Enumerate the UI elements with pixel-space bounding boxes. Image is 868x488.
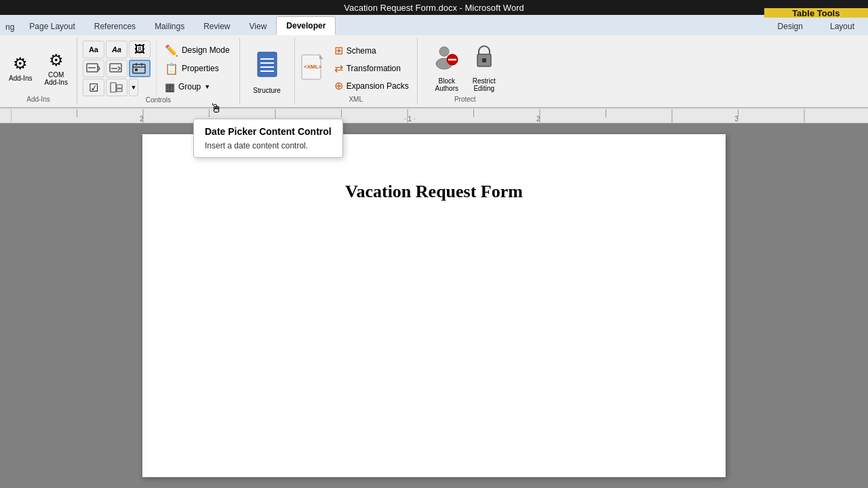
group-label: Group xyxy=(178,82,201,92)
protect-group: Block Authors Restrict Editing Protect xyxy=(418,38,513,104)
restrict-editing-icon xyxy=(473,45,495,75)
document-page: Vacation Request Form xyxy=(142,134,726,477)
addins-label: Add-Ins xyxy=(9,75,32,82)
tab-mailings[interactable]: Mailings xyxy=(145,18,194,35)
tab-view[interactable]: View xyxy=(240,18,277,35)
block-authors-icon xyxy=(435,45,459,75)
date-picker-control-btn[interactable] xyxy=(129,60,151,77)
tab-developer[interactable]: Developer xyxy=(276,16,336,35)
table-tools-header: Table Tools xyxy=(764,8,868,18)
svg-text:3: 3 xyxy=(735,115,739,122)
controls-group: Aa Aa 🖼 xyxy=(77,38,240,104)
properties-icon: 📋 xyxy=(165,62,178,75)
svg-rect-12 xyxy=(258,52,277,77)
svg-rect-11 xyxy=(117,89,122,92)
structure-icon xyxy=(252,49,282,85)
tab-references[interactable]: References xyxy=(85,18,145,35)
checkbox-control-btn[interactable]: ☑ xyxy=(83,79,104,96)
transformation-label: Transformation xyxy=(347,64,401,73)
tab-design[interactable]: Design xyxy=(764,18,816,35)
xml-group: <XML> ⊞ Schema ⇄ Transformation ⊕ Expans… xyxy=(295,38,418,104)
group-dropdown-icon: ▼ xyxy=(204,83,210,90)
expansion-packs-button[interactable]: ⊕ Expansion Packs xyxy=(332,77,412,94)
group-icon: ▦ xyxy=(165,81,175,94)
xml-group-label: XML xyxy=(300,96,412,103)
com-addins-icon: ⚙ xyxy=(49,51,64,70)
svg-rect-8 xyxy=(135,68,138,71)
svg-text:2: 2 xyxy=(536,115,540,122)
properties-label: Properties xyxy=(182,64,219,73)
combo-box-control-btn[interactable] xyxy=(83,60,104,77)
title-bar-text: Vacation Request Form.docx - Microsoft W… xyxy=(344,3,524,13)
tab-layout[interactable]: Layout xyxy=(816,18,868,35)
expansion-packs-label: Expansion Packs xyxy=(347,81,409,91)
schema-icon: ⊞ xyxy=(334,44,343,57)
protect-group-label: Protect xyxy=(454,96,476,103)
group-button[interactable]: ▦ Group ▼ xyxy=(161,79,234,96)
svg-rect-10 xyxy=(117,85,122,88)
schema-button[interactable]: ⊞ Schema xyxy=(332,42,412,59)
transformation-button[interactable]: ⇄ Transformation xyxy=(332,60,412,77)
addins-group: ⚙ Add-Ins ⚙ COM Add-Ins Add-Ins xyxy=(0,38,77,104)
svg-rect-25 xyxy=(482,58,486,62)
design-mode-button[interactable]: ✏️ Design Mode xyxy=(161,42,234,59)
tab-review[interactable]: Review xyxy=(194,18,239,35)
restrict-editing-button[interactable]: Restrict Editing xyxy=(469,42,500,95)
com-addins-label: COM Add-Ins xyxy=(44,71,67,86)
block-authors-button[interactable]: Block Authors xyxy=(431,42,463,95)
com-addins-button[interactable]: ⚙ COM Add-Ins xyxy=(41,49,71,88)
svg-rect-9 xyxy=(111,83,116,92)
svg-point-20 xyxy=(439,47,449,56)
document-area: Vacation Request Form xyxy=(0,123,868,488)
gears-icon: ⚙ xyxy=(13,54,28,73)
svg-rect-4 xyxy=(133,64,145,73)
legacy-tools-dropdown-btn[interactable]: ▼ xyxy=(129,79,138,96)
legacy-tools-btn[interactable] xyxy=(106,79,127,96)
restrict-editing-label: Restrict Editing xyxy=(473,77,496,92)
plain-text-control-btn[interactable]: Aa xyxy=(106,41,127,58)
svg-text:<XML>: <XML> xyxy=(304,64,322,70)
partial-ng-text: ng xyxy=(0,19,20,35)
schema-label: Schema xyxy=(347,46,376,56)
ruler: 2 · 1 · 2 3 xyxy=(0,108,868,123)
controls-group-label: Controls xyxy=(146,96,171,104)
svg-text:· 1 ·: · 1 · xyxy=(404,115,415,122)
tab-page-layout[interactable]: Page Layout xyxy=(20,18,84,35)
structure-label: Structure xyxy=(253,87,281,94)
design-mode-icon: ✏️ xyxy=(165,44,178,57)
addins-group-label: Add-Ins xyxy=(26,96,50,103)
svg-text:2: 2 xyxy=(140,115,143,122)
structure-group: Structure xyxy=(240,38,295,104)
tooltip-box: Date Picker Content Control Insert a dat… xyxy=(193,119,343,158)
picture-control-btn[interactable]: 🖼 xyxy=(129,41,151,58)
tooltip-title: Date Picker Content Control xyxy=(205,126,332,137)
transformation-icon: ⇄ xyxy=(334,62,343,75)
dropdown-list-control-btn[interactable] xyxy=(106,60,127,77)
design-mode-label: Design Mode xyxy=(182,45,230,55)
document-title: Vacation Request Form xyxy=(197,182,671,202)
addins-button[interactable]: ⚙ Add-Ins xyxy=(5,52,35,84)
tooltip-body: Insert a date content control. xyxy=(205,141,332,150)
properties-button[interactable]: 📋 Properties xyxy=(161,60,234,77)
rich-text-control-btn[interactable]: Aa xyxy=(83,41,104,58)
block-authors-label: Block Authors xyxy=(435,77,458,92)
expansion-packs-icon: ⊕ xyxy=(334,79,343,92)
structure-button[interactable]: Structure xyxy=(247,47,288,97)
